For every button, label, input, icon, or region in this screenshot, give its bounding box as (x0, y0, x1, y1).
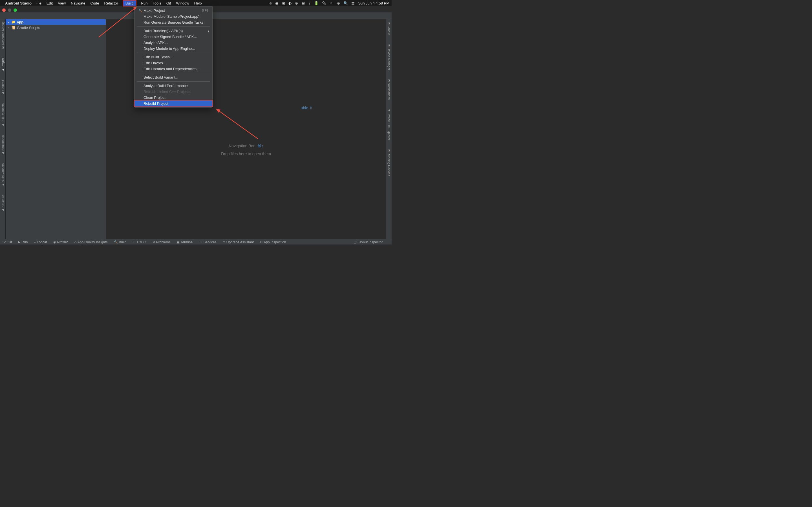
user-icon[interactable]: ⊙ (337, 1, 340, 5)
right-tool-device-manager[interactable]: ◪Device Manager (388, 43, 391, 70)
menu-separator (137, 26, 210, 27)
left-tool-build-variants[interactable]: ◪Build Variants (1, 163, 4, 186)
bottom-tool-build[interactable]: 🔨Build (114, 240, 126, 244)
status-icon[interactable]: ◐ (289, 1, 292, 5)
tool-label: Git (8, 240, 12, 244)
menu-item-generate-signed-bundle-apk[interactable]: Generate Signed Bundle / APK... (135, 34, 212, 40)
menu-item-edit-libraries-and-dependencies[interactable]: Edit Libraries and Dependencies... (135, 66, 212, 72)
bottom-tool-layout-inspector[interactable]: ◫Layout Inspector (354, 240, 383, 244)
status-icon[interactable]: ⎋ (269, 1, 272, 5)
tool-icon: ⇪ (223, 240, 225, 244)
folder-icon: 📜 (11, 25, 16, 30)
menu-git[interactable]: Git (166, 1, 171, 5)
menu-run[interactable]: Run (141, 1, 148, 5)
bottom-tool-app-quality-insights[interactable]: ◇App Quality Insights (74, 240, 108, 244)
tool-label: Upgrade Assistant (226, 240, 254, 244)
menu-item-edit-build-types[interactable]: Edit Build Types... (135, 54, 212, 60)
tool-label: Layout Inspector (357, 240, 383, 244)
minimize-window-button[interactable] (8, 8, 11, 12)
menu-item-edit-flavors[interactable]: Edit Flavors... (135, 60, 212, 66)
bottom-toolbar: ⎇Git▶Run≡Logcat◉Profiler◇App Quality Ins… (0, 239, 392, 244)
right-tool-notifications[interactable]: ◪Notifications (388, 78, 391, 100)
left-tool-commit[interactable]: ◪Commit (1, 80, 4, 95)
bottom-tool-services[interactable]: ⬡Services (200, 240, 216, 244)
menu-view[interactable]: View (58, 1, 66, 5)
menu-item-make-module-sampleproject-app[interactable]: Make Module 'SampleProject.app' (135, 13, 212, 19)
menu-refactor[interactable]: Refactor (104, 1, 118, 5)
tool-label: TODO (137, 240, 146, 244)
tool-icon: ☰ (133, 240, 135, 244)
bottom-tool-problems[interactable]: ⊘Problems (153, 240, 170, 244)
battery-icon[interactable]: 🔌 (322, 1, 326, 5)
clock[interactable]: Sun Jun 4 4:58 PM (358, 1, 389, 5)
tool-icon: ▶ (18, 240, 20, 244)
bottom-tool-logcat[interactable]: ≡Logcat (34, 240, 47, 244)
menu-item-analyze-apk[interactable]: Analyze APK... (135, 40, 212, 46)
bottom-tool-run[interactable]: ▶Run (18, 240, 28, 244)
left-tool-pull-requests[interactable]: ◪Pull Requests (1, 103, 4, 127)
tree-item-app[interactable]: ▸📁app (6, 19, 106, 25)
tool-label: Logcat (37, 240, 47, 244)
status-icon[interactable]: ▣ (282, 1, 285, 5)
menu-item-label: Analyze APK... (144, 41, 208, 45)
app-name[interactable]: Android Studio (5, 1, 32, 5)
menu-help[interactable]: Help (194, 1, 202, 5)
bottom-tool-app-inspection[interactable]: ⊞App Inspection (260, 240, 286, 244)
right-tool-gradle[interactable]: ◪Gradle (388, 21, 391, 35)
menu-item-analyze-build-performance[interactable]: Analyze Build Performance (135, 83, 212, 89)
tool-label: Run (21, 240, 28, 244)
bluetooth-icon[interactable]: ᛒ (308, 1, 311, 5)
left-tool-bookmarks[interactable]: ◪Bookmarks (1, 135, 4, 155)
menu-item-label: Deploy Module to App Engine... (144, 47, 208, 51)
bottom-tool-terminal[interactable]: ▣Terminal (176, 240, 193, 244)
menu-separator (137, 81, 210, 82)
menu-item-label: Edit Build Types... (144, 55, 208, 59)
left-tool-project[interactable]: ◪Project (1, 58, 4, 71)
menu-edit[interactable]: Edit (47, 1, 53, 5)
tree-item-label: Gradle Scripts (17, 25, 40, 30)
tool-icon: ◫ (354, 240, 356, 244)
menu-item-rebuild-project[interactable]: Rebuild Project (135, 101, 212, 107)
control-center-icon[interactable]: 𝌮 (351, 1, 355, 5)
menu-code[interactable]: Code (91, 1, 99, 5)
menu-item-clean-project[interactable]: Clean Project (135, 95, 212, 101)
tool-label: Services (204, 240, 216, 244)
menu-tools[interactable]: Tools (153, 1, 161, 5)
project-panel: ▸📁app▸📜Gradle Scripts (6, 19, 106, 239)
menu-item-deploy-module-to-app-engine[interactable]: Deploy Module to App Engine... (135, 46, 212, 52)
display-icon[interactable]: 🖥 (301, 1, 305, 5)
menu-build[interactable]: Build (123, 1, 136, 6)
menu-item-select-build-variant[interactable]: Select Build Variant... (135, 74, 212, 80)
menu-window[interactable]: Window (176, 1, 189, 5)
bottom-tool-git[interactable]: ⎇Git (3, 240, 12, 244)
wifi-icon[interactable]: ᯤ (330, 1, 334, 5)
menu-item-make-project[interactable]: 🔨Make Project⌘F9 (135, 8, 212, 13)
chevron-right-icon[interactable]: ▸ (8, 26, 11, 29)
menu-item-build-bundle-s-apk-s[interactable]: Build Bundle(s) / APK(s)▸ (135, 28, 212, 34)
close-window-button[interactable] (2, 8, 6, 12)
menu-item-label: Make Project (144, 8, 202, 13)
bottom-tool-profiler[interactable]: ◉Profiler (53, 240, 68, 244)
maximize-window-button[interactable] (13, 8, 17, 12)
search-icon[interactable]: 🔍 (343, 1, 348, 5)
status-icon[interactable]: ⊙ (295, 1, 298, 5)
tree-item-gradle-scripts[interactable]: ▸📜Gradle Scripts (6, 25, 106, 31)
menu-item-run-generate-sources-gradle-tasks[interactable]: Run Generate Sources Gradle Tasks (135, 19, 212, 25)
tool-icon: ⎇ (3, 240, 6, 244)
status-icon[interactable]: ◉ (275, 1, 278, 5)
chevron-right-icon[interactable]: ▸ (8, 20, 11, 23)
right-tool-running-devices[interactable]: ◪Running Devices (388, 149, 391, 176)
battery-icon[interactable]: 🔋 (314, 1, 319, 5)
navigation-bar-hint: Navigation Bar ⌘↑ (221, 144, 271, 148)
left-tool-resource-manag[interactable]: ◪Resource Manag (1, 21, 4, 49)
bottom-tool-todo[interactable]: ☰TODO (133, 240, 146, 244)
menu-file[interactable]: File (36, 1, 42, 5)
tool-label: Problems (156, 240, 170, 244)
right-tool-device-file-explorer[interactable]: ◪Device File Explorer (388, 108, 391, 140)
left-tool-structure[interactable]: ◪Structure (1, 195, 4, 212)
menu-item-refresh-linked-c-projects: Refresh Linked C++ Projects (135, 89, 212, 95)
menu-item-label: Make Module 'SampleProject.app' (144, 14, 208, 18)
bottom-tool-upgrade-assistant[interactable]: ⇪Upgrade Assistant (223, 240, 254, 244)
menu-navigate[interactable]: Navigate (71, 1, 85, 5)
menu-item-label: Build Bundle(s) / APK(s) (144, 29, 208, 33)
